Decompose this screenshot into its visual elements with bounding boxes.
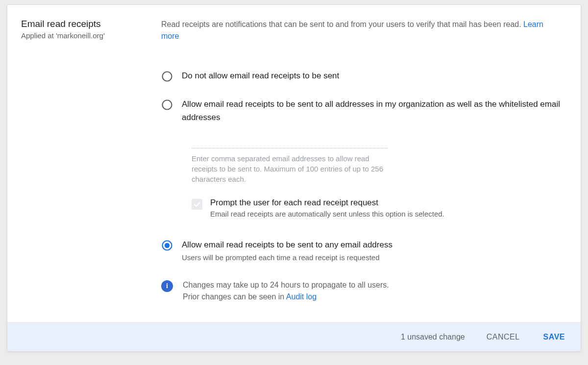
option-allow-any[interactable]: Allow email read receipts to be sent to … — [161, 239, 563, 262]
option-do-not-allow[interactable]: Do not allow email read receipts to be s… — [161, 70, 563, 82]
prompt-user-checkbox[interactable] — [192, 199, 202, 210]
info-line2-prefix: Prior changes can be seen in — [183, 292, 286, 301]
option-label: Allow email read receipts to be sent to … — [182, 239, 563, 251]
svg-point-0 — [163, 72, 172, 81]
applied-at-label: Applied at 'markoneill.org' — [21, 31, 134, 40]
description-text: Read receipts are notifications that can… — [161, 20, 523, 28]
option-label: Do not allow email read receipts to be s… — [182, 70, 563, 82]
save-button[interactable]: SAVE — [541, 330, 567, 344]
unsaved-change-status: 1 unsaved change — [401, 333, 465, 341]
info-icon: i — [161, 280, 173, 292]
radio-unselected-icon — [161, 99, 173, 111]
radio-unselected-icon — [161, 71, 173, 82]
check-icon — [193, 200, 201, 208]
checkbox-label: Prompt the user for each read receipt re… — [210, 198, 444, 208]
option-label: Allow email read receipts to be sent to … — [182, 98, 563, 124]
footer-bar: 1 unsaved change CANCEL SAVE — [7, 322, 581, 351]
audit-log-link[interactable]: Audit log — [286, 292, 317, 301]
svg-point-1 — [163, 100, 172, 110]
option-sub: Users will be prompted each time a read … — [182, 253, 563, 262]
whitelist-helper-text: Enter comma separated email addresses to… — [192, 153, 388, 184]
whitelist-emails-input[interactable] — [192, 134, 388, 148]
section-description: Read receipts are notifications that can… — [161, 19, 563, 42]
option-allow-org-whitelist[interactable]: Allow email read receipts to be sent to … — [161, 98, 563, 124]
cancel-button[interactable]: CANCEL — [485, 330, 522, 344]
settings-card: Email read receipts Applied at 'markonei… — [7, 5, 581, 351]
info-line1: Changes may take up to 24 hours to propa… — [183, 279, 389, 291]
whitelist-subsection: Enter comma separated email addresses to… — [192, 134, 563, 218]
radio-selected-icon — [161, 240, 173, 251]
checkbox-sub: Email read receipts are automatically se… — [210, 210, 444, 218]
section-title: Email read receipts — [21, 19, 134, 29]
info-note: i Changes may take up to 24 hours to pro… — [161, 279, 563, 303]
svg-point-3 — [165, 243, 170, 248]
